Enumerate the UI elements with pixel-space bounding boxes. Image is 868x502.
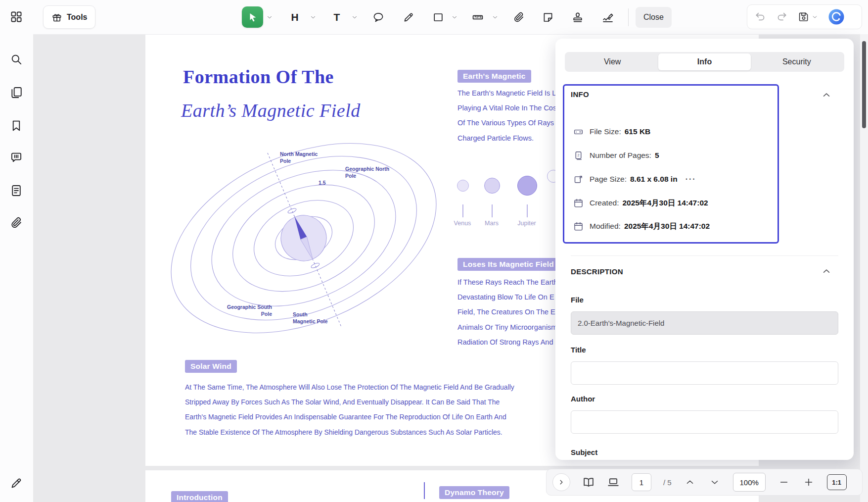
planet-label-venus: Venus [454, 220, 471, 227]
attachment-tool-button[interactable] [509, 7, 529, 27]
page-size-more-button[interactable]: ··· [685, 175, 696, 184]
drive-icon [573, 127, 584, 137]
redo-button[interactable] [776, 11, 788, 23]
info-highlight-box [563, 84, 779, 244]
subject-field-label: Subject [571, 448, 597, 456]
text-tool-button[interactable]: T [327, 7, 347, 27]
badge-earths-magnetic: Earth's Magnetic [457, 70, 531, 83]
badge-dynamo-theory: Dynamo Theory [439, 486, 509, 499]
info-row-page-count: 2 Number of Pages: 5 [573, 150, 659, 161]
sidebar-search-button[interactable] [6, 50, 26, 69]
scrollbar-thumb[interactable] [862, 41, 866, 128]
document-title-line2: Earth’s Magnetic Field [181, 100, 361, 121]
title-field-input[interactable] [571, 361, 838, 385]
next-page-button[interactable] [708, 476, 721, 489]
text-tool-glyph: T [334, 11, 340, 23]
tab-info[interactable]: Info [658, 53, 750, 70]
page-number-input[interactable]: 1 [632, 473, 651, 491]
author-field-label: Author [571, 395, 595, 403]
planet-circle-jupiter [517, 176, 537, 196]
file-field-label: File [571, 296, 584, 304]
book-icon [582, 476, 595, 489]
comment-tool-button[interactable] [368, 7, 388, 27]
plus-icon [803, 477, 814, 488]
close-button[interactable]: Close [636, 7, 672, 28]
grid-icon [10, 10, 23, 23]
sidebar-pen-mode-button[interactable] [6, 473, 26, 493]
save-disk-icon [798, 11, 810, 23]
sidebar-comments-button[interactable] [6, 148, 26, 167]
stamp-icon [572, 11, 584, 23]
zoom-out-button[interactable] [777, 476, 790, 489]
previous-page-button[interactable] [684, 476, 696, 489]
info-row-page-size: Page Size: 8.61 x 6.08 in ··· [573, 173, 696, 185]
marker-pen-icon [403, 11, 414, 23]
info-collapse-chevron-icon[interactable] [822, 90, 831, 100]
magnetic-field-diagram [160, 153, 452, 339]
sidebar-menu-button[interactable] [6, 7, 26, 27]
laptop-icon [607, 476, 620, 489]
page-size-icon [573, 174, 584, 185]
diagram-label-south-magnetic-pole: South Magnetic Pole [293, 311, 328, 325]
pen-nib-icon [10, 477, 23, 490]
app-logo-icon[interactable] [828, 8, 845, 25]
stamp-tool-button[interactable] [568, 7, 588, 27]
toolbar-divider [628, 8, 629, 26]
ruler-icon [472, 11, 484, 23]
planet-circle-mars [484, 178, 500, 194]
expand-panel-button[interactable] [552, 473, 570, 491]
rectangle-icon [432, 11, 444, 23]
section1-text: The Earth's Magnetic Field Is L Playing … [457, 86, 556, 146]
panel-divider [571, 255, 838, 256]
save-chevron-icon [812, 14, 818, 20]
vertical-scrollbar[interactable] [860, 34, 868, 502]
measure-tool-button[interactable] [468, 7, 488, 27]
badge-loses-magnetic-field: Loses Its Magnetic Field [457, 258, 559, 271]
planet-stem [492, 204, 493, 217]
zoom-in-button[interactable] [802, 476, 815, 489]
info-row-file-size: File Size: 615 KB [573, 126, 650, 138]
top-toolbar: Tools H T [0, 0, 868, 35]
cursor-arrow-icon [247, 12, 258, 23]
description-collapse-chevron-icon[interactable] [822, 266, 831, 276]
measure-tool-chevron-icon[interactable] [492, 14, 499, 21]
reading-mode-button[interactable] [582, 476, 595, 489]
presentation-mode-button[interactable] [607, 476, 620, 489]
shape-tool-button[interactable] [428, 7, 448, 27]
sidebar-document-button[interactable] [6, 181, 26, 201]
pages-icon [10, 86, 23, 99]
sticker-tool-button[interactable] [538, 7, 558, 27]
tools-button[interactable]: Tools [43, 5, 95, 29]
planet-label-mars: Mars [485, 220, 499, 227]
signature-tool-button[interactable] [598, 7, 618, 27]
tools-button-label: Tools [67, 13, 87, 22]
zoom-level-button[interactable]: 100% [733, 473, 766, 492]
planet-circle-venus [457, 180, 469, 192]
highlighter-tool-button[interactable] [399, 7, 418, 27]
info-panel: View Info Security INFO File Size: 615 K… [555, 39, 854, 460]
tab-security[interactable]: Security [751, 53, 843, 70]
edit-tool-chevron-icon[interactable] [310, 14, 317, 21]
author-field-input[interactable] [571, 410, 838, 434]
undo-button[interactable] [754, 11, 766, 23]
badge-introduction: Introduction [171, 491, 228, 502]
sidebar-attachments-button[interactable] [6, 213, 26, 233]
tab-view[interactable]: View [566, 53, 658, 70]
sidebar-bookmarks-button[interactable] [6, 116, 26, 136]
speech-bubble-icon [372, 11, 384, 23]
text-tool-chevron-icon[interactable] [351, 14, 358, 21]
actual-size-button[interactable]: 1:1 [827, 474, 847, 490]
page-count-icon: 2 [573, 151, 584, 161]
sidebar-thumbnails-button[interactable] [6, 83, 26, 102]
diagram-label-geographic-south-pole: Geographic South Pole [225, 304, 272, 317]
save-button[interactable] [798, 11, 818, 23]
file-field-input[interactable] [571, 311, 838, 335]
select-tool-chevron-icon[interactable] [266, 14, 273, 21]
sticker-icon [542, 11, 554, 23]
select-tool-button[interactable] [242, 6, 263, 28]
edit-tool-button[interactable]: H [285, 7, 305, 27]
shape-tool-chevron-icon[interactable] [451, 14, 458, 21]
section3-text: At The Same Time, The Atmosphere Will Al… [185, 380, 514, 440]
comment-lines-icon [10, 151, 23, 164]
diagram-label-geographic-north-pole: Geographic North Pole [345, 166, 393, 179]
